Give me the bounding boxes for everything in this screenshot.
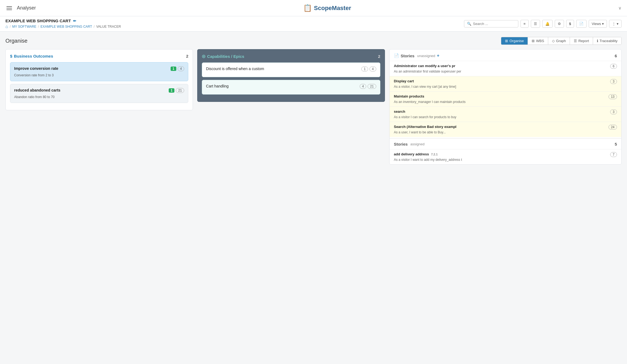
tab-report[interactable]: ☰ Report xyxy=(570,37,593,45)
story-5-header: Search (Alternative Bad story exampl 24 xyxy=(394,125,617,130)
story-2-title: Display cart xyxy=(394,79,608,83)
assigned-stories-label: Stories xyxy=(394,142,408,146)
hamburger-menu[interactable] xyxy=(5,5,13,11)
traceability-tab-label: Traceability xyxy=(600,39,617,43)
logo: 📋 ScopeMaster xyxy=(303,4,351,12)
breadcrumb-project[interactable]: EXAMPLE WEB SHOPPING CART xyxy=(40,25,92,29)
outcome-1-title: Improve conversion rate xyxy=(14,66,58,71)
traceability-tab-icon: ℹ xyxy=(597,39,598,43)
edit-icon[interactable]: ✏ xyxy=(73,19,76,23)
capabilities-count: 2 xyxy=(378,54,380,59)
story-1-badge: 6 xyxy=(610,64,617,69)
story-5-title: Search (Alternative Bad story exampl xyxy=(394,125,606,129)
story-3-subtitle: As an inventory_manager I can maintain p… xyxy=(394,100,617,104)
version-badge: 7.2.1 xyxy=(431,153,438,156)
value-button[interactable]: $ xyxy=(566,20,574,28)
story-2-subtitle: As a visitor, I can view my cart [at any… xyxy=(394,85,617,89)
views-button[interactable]: Views ▾ xyxy=(589,20,607,28)
stories-assigned-header: Stories assigned 5 xyxy=(390,138,621,149)
story-1-title: Administrator can modify a user's pr xyxy=(394,64,608,68)
page-heading: Organise xyxy=(5,38,27,44)
stories-unassigned-status: unassigned xyxy=(417,54,435,58)
chevron-down-icon[interactable]: ∨ xyxy=(618,5,622,11)
tab-organise[interactable]: ⊞ Organise xyxy=(501,37,528,45)
story-item-4[interactable]: search 3 As a visitor I can search for p… xyxy=(390,106,621,122)
stories-assigned-title: Stories assigned xyxy=(394,142,425,146)
story-item-3[interactable]: Maintain products 13 As an inventory_man… xyxy=(390,91,621,106)
capability-2-title: Cart handling xyxy=(206,84,228,88)
business-outcomes-header: $ Business Outcomes 2 xyxy=(10,54,188,58)
stories-unassigned-header: 📄 Stories unassigned + 6 xyxy=(390,49,621,61)
home-icon[interactable]: ⌂ xyxy=(5,24,8,29)
story-5-subtitle: As a user, I want to be able to Buy... xyxy=(394,130,617,134)
views-chevron-icon: ▾ xyxy=(602,22,604,26)
search-icon: 🔍 xyxy=(467,22,471,26)
graph-tab-icon: ◇ xyxy=(552,39,555,43)
views-label: Views xyxy=(592,22,601,26)
report-tab-label: Report xyxy=(578,39,589,43)
story-item-2[interactable]: Display cart 3 As a visitor, I can view … xyxy=(390,76,621,91)
capability-1-badges: 1 4 xyxy=(361,67,376,71)
story-4-subtitle: As a visitor I can search for products t… xyxy=(394,115,617,119)
story-item-5[interactable]: Search (Alternative Bad story exampl 24 … xyxy=(390,122,621,137)
settings-button[interactable]: ⚙ xyxy=(555,20,564,28)
outcome-2-title: reduced abandoned carts xyxy=(14,88,60,92)
more-button[interactable]: ⋮ ▾ xyxy=(609,20,622,28)
capabilities-title: ◎ Capabilities / Epics xyxy=(202,54,244,59)
stories-unassigned-title: 📄 Stories unassigned + xyxy=(394,53,440,58)
outcome-2-green-badge: 1 xyxy=(169,88,174,93)
story-2-header: Display cart 3 xyxy=(394,79,617,84)
assigned-story-1-subtitle: As a visitor I want to add my delivery_a… xyxy=(394,158,617,162)
report-tab-icon: ☰ xyxy=(574,39,577,43)
document-button[interactable]: 📄 xyxy=(576,20,587,28)
capability-2-badges: 4 21 xyxy=(360,84,376,89)
assigned-story-1-title: add delivery address 7.2.1 xyxy=(394,152,608,156)
stories-assigned-status: assigned xyxy=(410,142,425,146)
project-title-text: EXAMPLE WEB SHOPPING CART xyxy=(5,18,71,23)
page-area: Organise ⊞ Organise ⊞ WBS ◇ Graph ☰ Repo… xyxy=(0,32,627,170)
story-1-subtitle: As an administrator first validate super… xyxy=(394,70,617,73)
tab-wbs[interactable]: ⊞ WBS xyxy=(528,37,548,45)
outcome-card-2[interactable]: reduced abandoned carts 1 21 Abandon rat… xyxy=(10,84,188,103)
capabilities-header: ◎ Capabilities / Epics 2 xyxy=(202,54,380,59)
outcome-card-1[interactable]: Improve conversion rate 1 4 Conversion r… xyxy=(10,62,188,81)
story-2-badge: 3 xyxy=(610,79,617,84)
doc-view-button[interactable]: ☰ xyxy=(531,20,540,28)
stories-doc-icon: 📄 xyxy=(394,53,399,58)
breadcrumb-sep-2: / xyxy=(38,25,39,29)
outcome-card-2-header: reduced abandoned carts 1 21 xyxy=(14,88,184,93)
outcome-card-1-header: Improve conversion rate 1 4 xyxy=(14,66,184,72)
capability-1-badge-1: 1 xyxy=(361,67,368,71)
tab-traceability[interactable]: ℹ Traceability xyxy=(593,37,621,45)
add-story-button[interactable]: + xyxy=(437,53,439,58)
capability-card-2[interactable]: Cart handling 4 21 xyxy=(202,80,380,95)
story-item-1[interactable]: Administrator can modify a user's pr 6 A… xyxy=(390,61,621,76)
business-outcomes-count: 2 xyxy=(186,54,188,58)
capability-1-badge-2: 4 xyxy=(369,67,376,71)
view-tabs: ⊞ Organise ⊞ WBS ◇ Graph ☰ Report ℹ Trac… xyxy=(501,37,622,45)
stories-assigned-count: 5 xyxy=(615,142,617,146)
notifications-button[interactable]: 🔔 xyxy=(542,20,553,28)
toolbar: 🔍 ≡ ☰ 🔔 ⚙ $ 📄 Views ▾ ⋮ ▾ xyxy=(464,20,622,28)
breadcrumb-sep-3: / xyxy=(94,25,95,29)
project-title: EXAMPLE WEB SHOPPING CART ✏ xyxy=(5,18,121,23)
logo-text: ScopeMaster xyxy=(314,5,351,12)
assigned-story-item-1[interactable]: add delivery address 7.2.1 7 As a visito… xyxy=(390,149,621,164)
list-view-button[interactable]: ≡ xyxy=(521,20,529,28)
capability-2-badge-2: 21 xyxy=(368,84,376,89)
search-box[interactable]: 🔍 xyxy=(464,20,518,27)
capability-2-header: Cart handling 4 21 xyxy=(206,84,376,89)
outcome-2-count-badge: 21 xyxy=(176,88,184,93)
capabilities-label: Capabilities / Epics xyxy=(207,54,244,59)
stories-unassigned-count: 6 xyxy=(615,54,617,58)
breadcrumb-current: VALUE TRACER xyxy=(96,25,121,29)
business-outcomes-column: $ Business Outcomes 2 Improve conversion… xyxy=(5,49,193,110)
search-input[interactable] xyxy=(473,22,515,26)
story-3-header: Maintain products 13 xyxy=(394,94,617,99)
story-5-badge: 24 xyxy=(609,125,617,130)
breadcrumb-my-software[interactable]: MY SOFTWARE xyxy=(12,25,36,29)
assigned-story-1-header: add delivery address 7.2.1 7 xyxy=(394,152,617,157)
tab-graph[interactable]: ◇ Graph xyxy=(548,37,570,45)
breadcrumb-area: EXAMPLE WEB SHOPPING CART ✏ ⌂ / MY SOFTW… xyxy=(5,18,121,29)
capability-card-1[interactable]: Discount is offered when a custom 1 4 xyxy=(202,62,380,77)
